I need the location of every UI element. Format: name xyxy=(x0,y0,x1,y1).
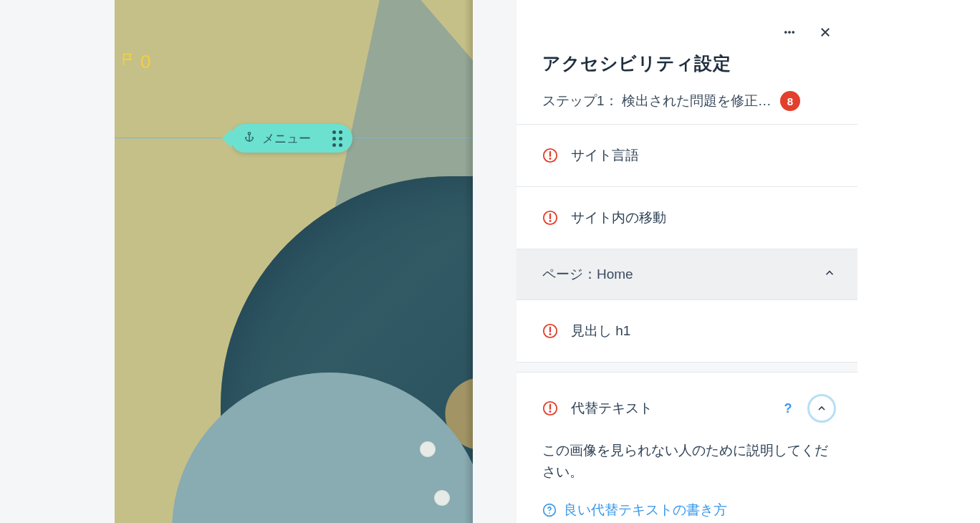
element-label-tooltip[interactable]: メニュー xyxy=(231,124,352,153)
svg-point-2 xyxy=(789,32,791,34)
right-gutter xyxy=(858,0,980,523)
panel-subtitle-row: ステップ1： 検出された問題を修正… 8 xyxy=(542,91,836,111)
svg-point-12 xyxy=(549,333,552,335)
list-gap xyxy=(517,363,858,373)
issue-heading-h1[interactable]: 見出し h1 xyxy=(517,300,858,363)
flag-counter: 0 xyxy=(120,50,150,74)
issue-site-navigation[interactable]: サイト内の移動 xyxy=(517,187,858,249)
issue-alt-text: 代替テキスト ? この画像を見られない人のために説明してください。 良い代替テキ… xyxy=(517,373,858,523)
more-options-button[interactable] xyxy=(779,21,800,43)
issue-label: サイト内の移動 xyxy=(571,208,666,227)
anchor-icon xyxy=(244,131,255,146)
issue-site-language[interactable]: サイト言語 xyxy=(517,125,858,187)
issue-label: 見出し h1 xyxy=(571,322,630,340)
issue-label: サイト言語 xyxy=(571,146,639,165)
alt-text-guide-link[interactable]: 良い代替テキストの書き方 xyxy=(542,501,836,519)
drag-handle-icon[interactable] xyxy=(332,130,342,147)
error-icon xyxy=(542,323,558,339)
error-icon xyxy=(542,400,558,416)
svg-point-3 xyxy=(792,32,794,34)
link-text: 良い代替テキストの書き方 xyxy=(564,501,727,519)
error-icon xyxy=(542,148,558,163)
element-label-text: メニュー xyxy=(262,130,311,147)
panel-subtitle: ステップ1： 検出された問題を修正… xyxy=(542,92,772,110)
panel-header: アクセシビリティ設定 ステップ1： 検出された問題を修正… 8 xyxy=(517,0,858,124)
issue-label: 代替テキスト xyxy=(571,399,653,418)
svg-point-17 xyxy=(549,512,550,514)
accessibility-panel: アクセシビリティ設定 ステップ1： 検出された問題を修正… 8 サイト言語 サイ… xyxy=(516,0,858,523)
dot[interactable] xyxy=(420,441,436,457)
alt-text-description: この画像を見られない人のために説明してください。 xyxy=(542,440,836,484)
issue-list[interactable]: サイト言語 サイト内の移動 ページ：Home 見出し h1 xyxy=(517,124,858,523)
chevron-up-icon xyxy=(823,267,836,283)
help-icon[interactable]: ? xyxy=(779,399,797,418)
issue-count-badge: 8 xyxy=(780,91,800,111)
svg-point-0 xyxy=(248,132,250,134)
dot[interactable] xyxy=(434,490,450,506)
page-canvas[interactable]: 0 メニュー xyxy=(115,0,473,523)
flag-count-value: 0 xyxy=(140,51,150,73)
editor-canvas-area: 0 メニュー xyxy=(0,0,516,523)
page-section-home[interactable]: ページ：Home xyxy=(517,249,858,300)
panel-title: アクセシビリティ設定 xyxy=(542,52,836,75)
svg-point-15 xyxy=(549,411,552,413)
svg-point-1 xyxy=(784,32,787,34)
svg-point-9 xyxy=(549,220,552,222)
collapse-button[interactable] xyxy=(807,394,836,423)
error-icon xyxy=(542,210,558,226)
svg-point-6 xyxy=(549,158,552,160)
close-panel-button[interactable] xyxy=(815,21,836,43)
slider-dots xyxy=(420,441,450,506)
section-label: ページ：Home xyxy=(542,265,633,284)
flag-icon xyxy=(120,50,136,74)
